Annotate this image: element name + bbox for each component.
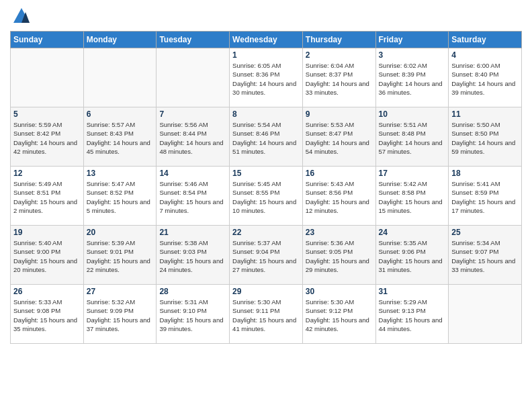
day-number: 2: [306, 50, 373, 60]
day-info: Sunrise: 6:04 AM Sunset: 8:37 PM Dayligh…: [306, 61, 373, 97]
day-number: 12: [13, 169, 81, 178]
day-info: Sunrise: 5:54 AM Sunset: 8:46 PM Dayligh…: [232, 120, 300, 156]
day-info: Sunrise: 5:50 AM Sunset: 8:50 PM Dayligh…: [451, 120, 519, 156]
day-number: 27: [87, 287, 154, 296]
day-info: Sunrise: 5:49 AM Sunset: 8:51 PM Dayligh…: [13, 179, 81, 215]
calendar-cell: 6Sunrise: 5:57 AM Sunset: 8:43 PM Daylig…: [83, 107, 157, 167]
day-number: 10: [379, 109, 446, 119]
week-row-5: 26Sunrise: 5:33 AM Sunset: 9:08 PM Dayli…: [11, 285, 522, 344]
calendar-cell: [11, 48, 84, 107]
calendar-cell: 21Sunrise: 5:38 AM Sunset: 9:03 PM Dayli…: [157, 226, 230, 285]
calendar-cell: 13Sunrise: 5:47 AM Sunset: 8:52 PM Dayli…: [83, 167, 157, 226]
calendar-cell: 23Sunrise: 5:36 AM Sunset: 9:05 PM Dayli…: [302, 226, 375, 285]
calendar-cell: 19Sunrise: 5:40 AM Sunset: 9:00 PM Dayli…: [11, 226, 84, 285]
calendar-cell: 10Sunrise: 5:51 AM Sunset: 8:48 PM Dayli…: [375, 107, 449, 167]
calendar-cell: 17Sunrise: 5:42 AM Sunset: 8:58 PM Dayli…: [375, 167, 449, 226]
day-info: Sunrise: 5:34 AM Sunset: 9:07 PM Dayligh…: [451, 238, 519, 274]
day-number: 8: [232, 109, 300, 119]
day-info: Sunrise: 5:30 AM Sunset: 9:11 PM Dayligh…: [232, 298, 300, 333]
weekday-header-friday: Friday: [375, 32, 449, 48]
day-number: 5: [13, 109, 81, 119]
calendar-cell: 25Sunrise: 5:34 AM Sunset: 9:07 PM Dayli…: [449, 226, 522, 285]
calendar-cell: 8Sunrise: 5:54 AM Sunset: 8:46 PM Daylig…: [230, 107, 303, 167]
calendar-cell: 9Sunrise: 5:53 AM Sunset: 8:47 PM Daylig…: [302, 107, 375, 167]
day-info: Sunrise: 5:40 AM Sunset: 9:00 PM Dayligh…: [13, 238, 81, 274]
weekday-row: SundayMondayTuesdayWednesdayThursdayFrid…: [11, 32, 522, 48]
logo: [10, 7, 31, 26]
day-number: 19: [13, 228, 81, 237]
day-number: 17: [379, 169, 446, 178]
day-info: Sunrise: 5:33 AM Sunset: 9:08 PM Dayligh…: [13, 298, 81, 333]
weekday-header-saturday: Saturday: [449, 32, 522, 48]
calendar-cell: 12Sunrise: 5:49 AM Sunset: 8:51 PM Dayli…: [11, 167, 84, 226]
day-number: 30: [306, 287, 373, 296]
day-number: 1: [232, 50, 300, 60]
day-info: Sunrise: 5:30 AM Sunset: 9:12 PM Dayligh…: [306, 298, 373, 333]
day-number: 11: [451, 109, 519, 119]
day-info: Sunrise: 5:56 AM Sunset: 8:44 PM Dayligh…: [159, 120, 226, 156]
day-number: 16: [306, 169, 373, 178]
day-info: Sunrise: 5:37 AM Sunset: 9:04 PM Dayligh…: [232, 238, 300, 274]
day-info: Sunrise: 5:43 AM Sunset: 8:56 PM Dayligh…: [306, 179, 373, 215]
calendar-cell: 14Sunrise: 5:46 AM Sunset: 8:54 PM Dayli…: [157, 167, 230, 226]
calendar-cell: 1Sunrise: 6:05 AM Sunset: 8:36 PM Daylig…: [230, 48, 303, 107]
weekday-header-sunday: Sunday: [11, 32, 84, 48]
day-info: Sunrise: 6:02 AM Sunset: 8:39 PM Dayligh…: [379, 61, 446, 97]
day-number: 22: [232, 228, 300, 237]
day-info: Sunrise: 5:41 AM Sunset: 8:59 PM Dayligh…: [451, 179, 519, 215]
day-info: Sunrise: 5:46 AM Sunset: 8:54 PM Dayligh…: [159, 179, 226, 215]
day-number: 20: [87, 228, 154, 237]
page-container: SundayMondayTuesdayWednesdayThursdayFrid…: [0, 0, 532, 351]
calendar-cell: 26Sunrise: 5:33 AM Sunset: 9:08 PM Dayli…: [11, 285, 84, 344]
day-info: Sunrise: 6:05 AM Sunset: 8:36 PM Dayligh…: [232, 61, 300, 97]
calendar-cell: 29Sunrise: 5:30 AM Sunset: 9:11 PM Dayli…: [230, 285, 303, 344]
calendar-cell: 7Sunrise: 5:56 AM Sunset: 8:44 PM Daylig…: [157, 107, 230, 167]
calendar-cell: 22Sunrise: 5:37 AM Sunset: 9:04 PM Dayli…: [230, 226, 303, 285]
calendar-cell: 30Sunrise: 5:30 AM Sunset: 9:12 PM Dayli…: [302, 285, 375, 344]
day-number: 3: [379, 50, 446, 60]
day-number: 26: [13, 287, 81, 296]
weekday-header-tuesday: Tuesday: [157, 32, 230, 48]
day-number: 28: [159, 287, 226, 296]
day-number: 6: [87, 109, 154, 119]
page-header: [10, 7, 522, 26]
day-number: 15: [232, 169, 300, 178]
calendar-cell: 5Sunrise: 5:59 AM Sunset: 8:42 PM Daylig…: [11, 107, 84, 167]
calendar-cell: 4Sunrise: 6:00 AM Sunset: 8:40 PM Daylig…: [449, 48, 522, 107]
calendar-cell: 28Sunrise: 5:31 AM Sunset: 9:10 PM Dayli…: [157, 285, 230, 344]
day-info: Sunrise: 5:39 AM Sunset: 9:01 PM Dayligh…: [87, 238, 154, 274]
day-info: Sunrise: 5:45 AM Sunset: 8:55 PM Dayligh…: [232, 179, 300, 215]
calendar-cell: 18Sunrise: 5:41 AM Sunset: 8:59 PM Dayli…: [449, 167, 522, 226]
day-info: Sunrise: 5:57 AM Sunset: 8:43 PM Dayligh…: [87, 120, 154, 156]
calendar-cell: 15Sunrise: 5:45 AM Sunset: 8:55 PM Dayli…: [230, 167, 303, 226]
week-row-2: 5Sunrise: 5:59 AM Sunset: 8:42 PM Daylig…: [11, 107, 522, 167]
calendar-cell: 2Sunrise: 6:04 AM Sunset: 8:37 PM Daylig…: [302, 48, 375, 107]
day-info: Sunrise: 5:32 AM Sunset: 9:09 PM Dayligh…: [87, 298, 154, 333]
day-info: Sunrise: 5:51 AM Sunset: 8:48 PM Dayligh…: [379, 120, 446, 156]
day-info: Sunrise: 5:42 AM Sunset: 8:58 PM Dayligh…: [379, 179, 446, 215]
calendar-cell: [449, 285, 522, 344]
day-info: Sunrise: 5:36 AM Sunset: 9:05 PM Dayligh…: [306, 238, 373, 274]
day-info: Sunrise: 6:00 AM Sunset: 8:40 PM Dayligh…: [451, 61, 519, 97]
day-info: Sunrise: 5:35 AM Sunset: 9:06 PM Dayligh…: [379, 238, 446, 274]
calendar-cell: [157, 48, 230, 107]
day-number: 4: [451, 50, 519, 60]
weekday-header-monday: Monday: [83, 32, 157, 48]
calendar-body: 1Sunrise: 6:05 AM Sunset: 8:36 PM Daylig…: [11, 48, 522, 344]
calendar-cell: 27Sunrise: 5:32 AM Sunset: 9:09 PM Dayli…: [83, 285, 157, 344]
week-row-3: 12Sunrise: 5:49 AM Sunset: 8:51 PM Dayli…: [11, 167, 522, 226]
day-number: 18: [451, 169, 519, 178]
week-row-4: 19Sunrise: 5:40 AM Sunset: 9:00 PM Dayli…: [11, 226, 522, 285]
week-row-1: 1Sunrise: 6:05 AM Sunset: 8:36 PM Daylig…: [11, 48, 522, 107]
day-number: 25: [451, 228, 519, 237]
day-info: Sunrise: 5:31 AM Sunset: 9:10 PM Dayligh…: [159, 298, 226, 333]
calendar-header: SundayMondayTuesdayWednesdayThursdayFrid…: [11, 32, 522, 48]
logo-icon: [12, 7, 31, 26]
day-number: 13: [87, 169, 154, 178]
day-info: Sunrise: 5:47 AM Sunset: 8:52 PM Dayligh…: [87, 179, 154, 215]
day-info: Sunrise: 5:59 AM Sunset: 8:42 PM Dayligh…: [13, 120, 81, 156]
day-number: 14: [159, 169, 226, 178]
day-number: 31: [379, 287, 446, 296]
calendar-cell: 11Sunrise: 5:50 AM Sunset: 8:50 PM Dayli…: [449, 107, 522, 167]
day-info: Sunrise: 5:53 AM Sunset: 8:47 PM Dayligh…: [306, 120, 373, 156]
